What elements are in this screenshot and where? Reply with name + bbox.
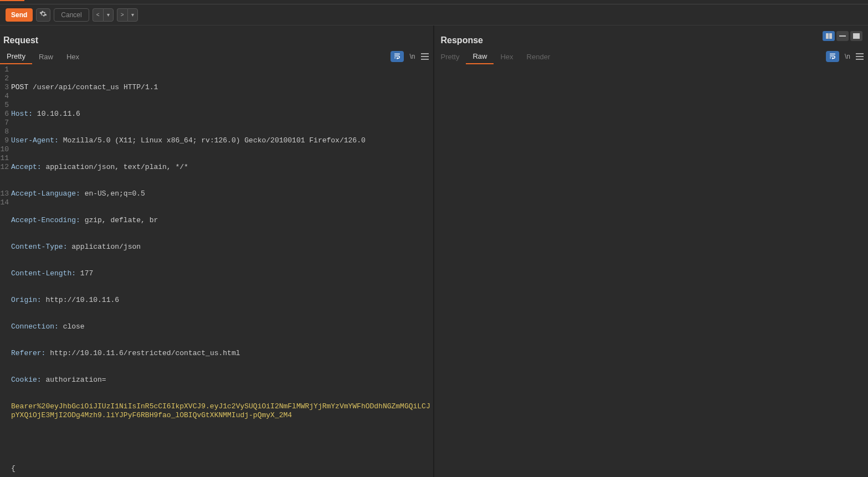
tab-pretty-resp[interactable]: Pretty xyxy=(434,49,466,64)
request-title: Request xyxy=(0,35,433,49)
layout-columns-button[interactable] xyxy=(823,31,835,41)
layout-toggles xyxy=(823,31,862,41)
response-menu-button[interactable] xyxy=(856,53,864,60)
gear-icon xyxy=(39,10,47,19)
layout-rows-button[interactable] xyxy=(836,31,849,41)
layout-single-button[interactable] xyxy=(850,31,862,41)
response-tabs: Pretty Raw Hex Render \n xyxy=(434,49,869,64)
wrap-icon xyxy=(829,52,836,61)
line-gutter: 1 2 3 4 5 6 7 8 9 10 11 12 13 14 xyxy=(0,64,10,477)
cancel-button[interactable]: Cancel xyxy=(54,8,89,22)
send-button[interactable]: Send xyxy=(6,8,33,22)
active-tab-accent xyxy=(0,0,24,1)
wrap-toggle-resp[interactable] xyxy=(826,51,839,62)
tab-hex-resp[interactable]: Hex xyxy=(494,49,520,64)
response-title: Response xyxy=(434,35,869,49)
wrap-icon xyxy=(393,52,401,61)
wrap-toggle[interactable] xyxy=(391,51,404,62)
toolbar: Send Cancel <▾ >▾ xyxy=(0,4,868,25)
request-menu-button[interactable] xyxy=(421,53,429,60)
newline-indicator: \n xyxy=(409,53,415,60)
tab-hex[interactable]: Hex xyxy=(60,49,86,64)
newline-indicator-resp: \n xyxy=(845,53,850,60)
tab-raw-resp[interactable]: Raw xyxy=(466,49,494,64)
tab-raw[interactable]: Raw xyxy=(32,49,60,64)
tab-pretty[interactable]: Pretty xyxy=(0,49,32,64)
request-editor[interactable]: 1 2 3 4 5 6 7 8 9 10 11 12 13 14 POST /u… xyxy=(0,64,433,477)
response-code xyxy=(434,64,869,477)
tab-render-resp[interactable]: Render xyxy=(520,49,557,64)
history-back-button[interactable]: <▾ xyxy=(93,8,114,22)
settings-button[interactable] xyxy=(36,8,50,22)
request-code[interactable]: POST /user/api/contact_us HTTP/1.1 Host:… xyxy=(10,64,433,477)
response-editor[interactable] xyxy=(434,64,869,477)
response-pane: Response Pretty Raw Hex Render \n xyxy=(434,25,869,477)
history-forward-button[interactable]: >▾ xyxy=(117,8,138,22)
request-tabs: Pretty Raw Hex \n xyxy=(0,49,433,64)
request-pane: Request Pretty Raw Hex \n 1 2 3 4 5 6 xyxy=(0,25,434,477)
